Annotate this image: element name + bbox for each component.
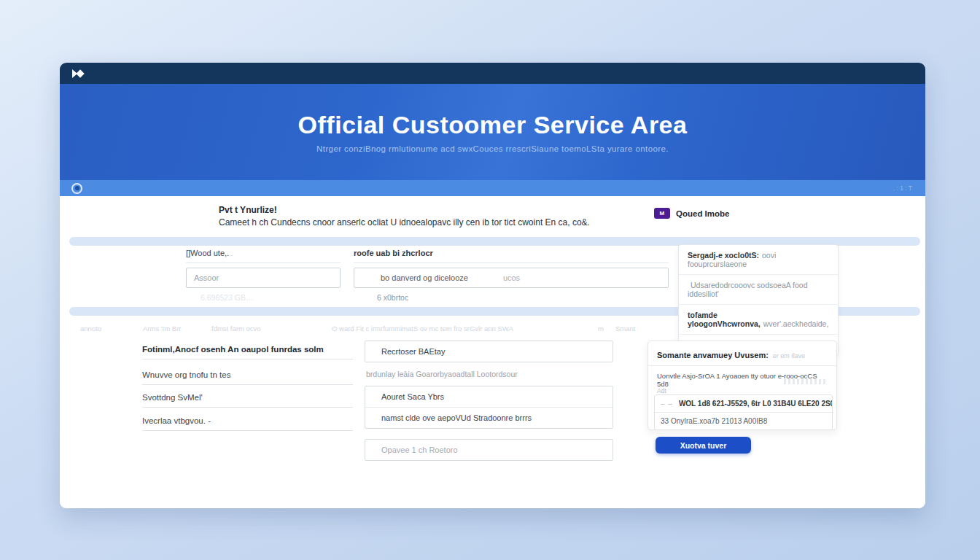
upload-label-sub: .. [229,250,233,257]
form-note: brdunlay leàia Goarorbyaoadtall Lootords… [366,370,518,378]
submit-button[interactable]: Xuotva tuver [656,437,751,454]
content-area: Pvt t Ynurlize! Cameet h ch Cundecns cno… [60,196,925,508]
ghost-nav-item: m [598,324,604,332]
recipient-field[interactable]: Recrtoser BAEtay [365,341,613,362]
address-label: Adt [657,387,666,394]
options-field[interactable]: Opavee 1 ch Roetoro [365,439,613,461]
hero-banner: Official Custoomer Service Area Ntrger c… [60,84,925,180]
cloud-badge[interactable]: M Qoued Imobe [654,208,729,219]
form-field-region[interactable]: Ivecrlaa vtbgvou. - [142,416,353,431]
info-row[interactable]: tofamde yloogonVhcwronva,wver'.aeckhedai… [679,305,838,335]
ghost-nav-item: fdmst farm ocvo [211,324,261,332]
upload-input-wrap [186,268,341,288]
ghost-nav-item: Smant [615,324,635,332]
delivery-label: roofe uab bi zhcrlocr [354,249,669,263]
account-fields[interactable]: Aouret Saca Ybrs namst clde ove aepoVUd … [365,386,613,429]
form-field-name[interactable]: Fotinml,Anocf osenh An oaupol funrdas so… [142,345,353,359]
upload-input[interactable] [187,268,340,287]
strip-right-text: .:1:T [893,184,914,192]
page-subtitle: Ntrger conziBnog rmlutionume acd swxCouc… [60,144,925,153]
summary-line: Uonvtle Asjo-SrOA 1 Ayoaoen tty otuor e-… [648,366,836,389]
cloud-badge-icon: M [654,208,670,219]
ghost-nav-item: annoto [80,324,101,332]
delivery-value-note: ucos [503,273,520,282]
info-row[interactable]: Sergadj-e xoclo0tS:oovi foouprcurslaeone [679,245,838,275]
hatch-decoration [784,379,826,384]
page-title: Official Custoomer Service Area [60,84,925,139]
address-box: – –WOL 1d8 621-J5529, 6tr L0 31B4U 6LE20… [654,394,833,430]
form-field-street[interactable]: Svottdng SvMel' [142,393,353,408]
summary-panel: Somante anvamuey Uvusem:er em Ilave Uonv… [648,341,837,430]
ghost-nav-item: O ward Fit c irmrfummimatS ov mc tem fro… [332,324,513,332]
upload-label: []Wood ute,... [186,249,341,263]
address-row[interactable]: – –WOL 1d8 621-J5529, 6tr L0 31B4U 6LE20… [655,395,832,412]
delivery-value: bo danverd og dicelooze [381,273,468,282]
delivery-field[interactable]: bo danverd og dicelooze ucos [354,268,669,288]
main-window: Official Custoomer Service Area Ntrger c… [60,63,925,508]
butterfly-logo-icon [70,68,86,79]
info-row[interactable]: Udsaredodrcooovc sodsoeaA food iddesilio… [679,275,838,305]
upload-size-hint: 6.696523 GB… [201,293,253,302]
ghost-nav-item: Arms 'Im Brr [143,324,181,332]
intro-body-text: Cameet h ch Cundecns cnoor anserlc oclia… [219,217,590,228]
form-field-org[interactable]: Wnuvve org tnofu tn tes [142,370,353,385]
cloud-badge-label: Qoued Imobe [676,209,729,218]
intro-heading: Pvt t Ynurlize! [219,205,277,215]
address-row-2[interactable]: 33 OnyIraE.xoa7b 21013 A00IB8 [655,412,832,429]
status-strip: .:1:T [60,180,925,196]
delivery-hint: 6 x0brtoc [377,293,408,302]
summary-header: Somante anvamuey Uvusem:er em Ilave [648,341,836,366]
info-card: Sergadj-e xoclo0tS:oovi foouprcurslaeone… [678,244,839,356]
top-navy-bar [60,63,925,84]
summary-title-suffix: er em Ilave [773,352,806,359]
summary-title: Somante anvamuey Uvusem: [657,351,769,359]
target-icon[interactable] [71,183,82,194]
